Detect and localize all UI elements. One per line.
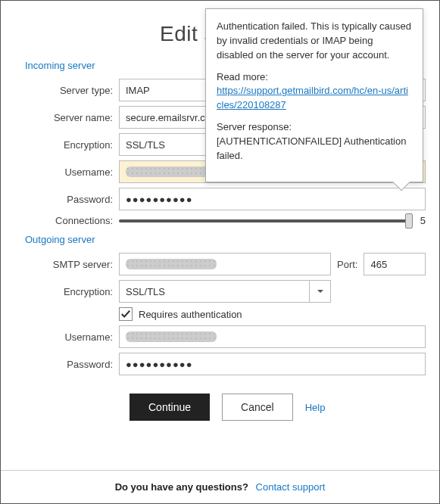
incoming-password-input[interactable] xyxy=(119,188,426,210)
footer: Do you have any questions? Contact suppo… xyxy=(1,470,439,503)
outgoing-password-label: Password: xyxy=(14,359,119,370)
server-type-label: Server type: xyxy=(14,85,119,96)
outgoing-section-header: Outgoing server xyxy=(25,234,426,245)
chevron-down-icon xyxy=(309,281,330,302)
help-link[interactable]: Help xyxy=(305,402,326,413)
outgoing-username-label: Username: xyxy=(14,331,119,343)
tooltip-readmore-link[interactable]: https://support.getmailbird.com/hc/en-us… xyxy=(217,85,408,110)
requires-auth-label: Requires authentication xyxy=(139,309,242,320)
outgoing-encryption-label: Encryption: xyxy=(14,286,119,297)
contact-support-link[interactable]: Contact support xyxy=(256,481,326,493)
incoming-password-label: Password: xyxy=(14,194,119,205)
tooltip-message: Authentication failed. This is typically… xyxy=(217,20,412,63)
connections-value: 5 xyxy=(420,215,426,226)
error-tooltip: Authentication failed. This is typically… xyxy=(205,8,423,182)
outgoing-encryption-value: SSL/TLS xyxy=(126,286,165,297)
incoming-encryption-value: SSL/TLS xyxy=(126,139,165,151)
redacted-text xyxy=(126,331,217,342)
cancel-button[interactable]: Cancel xyxy=(222,394,293,421)
outgoing-password-input[interactable] xyxy=(119,353,426,375)
redacted-text xyxy=(126,166,217,177)
server-name-label: Server name: xyxy=(14,112,119,123)
tooltip-server-response-label: Server response: xyxy=(217,121,292,132)
port-input[interactable] xyxy=(364,253,426,275)
tooltip-readmore-label: Read more: xyxy=(217,71,268,82)
incoming-username-label: Username: xyxy=(14,166,119,178)
check-icon xyxy=(120,309,131,319)
connections-slider[interactable] xyxy=(119,219,413,222)
port-label: Port: xyxy=(337,259,357,270)
smtp-server-label: SMTP server: xyxy=(14,259,119,270)
footer-question: Do you have any questions? xyxy=(115,481,248,493)
smtp-server-input[interactable] xyxy=(119,253,331,275)
connections-label: Connections: xyxy=(14,215,119,226)
continue-button[interactable]: Continue xyxy=(130,394,210,421)
outgoing-username-input[interactable] xyxy=(119,325,426,348)
requires-auth-checkbox[interactable] xyxy=(119,307,133,321)
slider-thumb[interactable] xyxy=(405,213,413,229)
outgoing-encryption-select[interactable]: SSL/TLS xyxy=(119,280,331,303)
redacted-text xyxy=(126,259,217,269)
tooltip-server-response: [AUTHENTICATIONFAILED] Authentication fa… xyxy=(217,135,406,161)
incoming-encryption-label: Encryption: xyxy=(14,139,119,151)
